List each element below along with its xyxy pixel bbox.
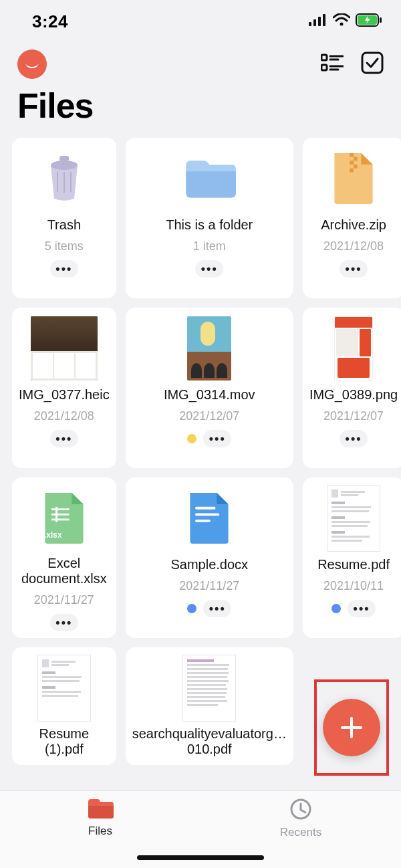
fab-highlight-box <box>314 679 389 776</box>
more-button[interactable]: ••• <box>203 430 231 447</box>
tag-dot-blue <box>187 604 196 613</box>
file-card-pdf[interactable]: Resume (1).pdf <box>12 647 116 765</box>
file-name: Sample.docx <box>170 556 248 572</box>
files-grid: Trash 5 items ••• This is a folder 1 ite… <box>0 138 401 765</box>
file-name: This is a folder <box>166 217 253 233</box>
video-thumbnail <box>132 317 287 380</box>
svg-rect-11 <box>321 65 327 70</box>
file-card-image[interactable]: IMG_0377.heic 2021/12/08 ••• <box>12 308 116 468</box>
svg-rect-7 <box>380 17 382 23</box>
more-button[interactable]: ••• <box>50 430 78 447</box>
file-card-spreadsheet[interactable]: .xlsx Excel document.xlsx 2021/11/27 ••• <box>12 477 116 638</box>
tag-dot-blue <box>331 604 341 613</box>
more-button[interactable]: ••• <box>203 600 231 617</box>
xlsx-file-icon: .xlsx <box>19 487 110 549</box>
home-indicator[interactable] <box>137 855 264 860</box>
svg-rect-14 <box>362 53 382 73</box>
file-card-video[interactable]: IMG_0314.mov 2021/12/07 ••• <box>126 308 293 468</box>
svg-rect-8 <box>321 55 327 60</box>
file-card-folder[interactable]: This is a folder 1 item ••• <box>126 138 293 298</box>
more-button[interactable]: ••• <box>340 430 368 447</box>
select-mode-icon[interactable] <box>361 51 384 77</box>
cellular-signal-icon <box>309 14 327 29</box>
file-card-trash[interactable]: Trash 5 items ••• <box>12 138 116 298</box>
view-list-icon[interactable] <box>321 53 344 75</box>
more-button[interactable]: ••• <box>340 260 368 278</box>
file-subline: 2021/12/07 <box>179 409 239 423</box>
image-thumbnail <box>309 317 398 380</box>
svg-rect-22 <box>350 160 354 165</box>
tag-dot-yellow <box>187 434 196 443</box>
svg-rect-3 <box>323 14 325 26</box>
svg-rect-0 <box>309 22 311 26</box>
status-time: 3:24 <box>32 11 68 32</box>
trash-icon <box>19 147 110 210</box>
svg-point-4 <box>340 23 344 26</box>
svg-rect-2 <box>318 17 321 26</box>
file-card-archive[interactable]: Archive.zip 2021/12/08 ••• <box>303 138 401 298</box>
image-thumbnail <box>19 317 110 380</box>
file-subline: 2021/12/07 <box>323 409 384 423</box>
pdf-thumbnail <box>19 657 110 720</box>
folder-icon <box>132 147 287 210</box>
clock-icon <box>289 798 312 823</box>
file-name: Trash <box>47 217 81 233</box>
file-card-pdf[interactable]: Resume.pdf 2021/10/11 ••• <box>303 477 401 638</box>
file-ext-label: .docx <box>156 531 177 540</box>
battery-charging-icon <box>356 13 382 29</box>
svg-rect-16 <box>59 156 69 161</box>
file-subline: 2021/12/08 <box>34 409 94 423</box>
svg-rect-1 <box>313 19 316 26</box>
file-card-document[interactable]: .docx Sample.docx 2021/11/27 ••• <box>126 477 293 638</box>
file-name: Resume (1).pdf <box>19 726 110 757</box>
more-button[interactable]: ••• <box>50 260 78 278</box>
file-name: Resume.pdf <box>317 556 390 572</box>
status-bar: 3:24 <box>0 0 401 40</box>
app-logo[interactable] <box>17 49 47 79</box>
file-subline: 2021/11/27 <box>179 579 239 593</box>
svg-rect-20 <box>350 153 354 157</box>
file-name: IMG_0377.heic <box>19 387 110 403</box>
more-button[interactable]: ••• <box>50 614 78 631</box>
tab-bar: Files Recents <box>0 790 401 868</box>
more-button[interactable]: ••• <box>195 260 223 278</box>
wifi-icon <box>333 13 350 29</box>
file-subline: 5 items <box>45 239 84 253</box>
file-subline: 2021/11/27 <box>34 593 94 607</box>
plus-icon <box>338 714 365 741</box>
file-subline: 1 item <box>193 239 226 253</box>
file-card-image[interactable]: IMG_0389.png 2021/12/07 ••• <box>303 308 401 468</box>
file-subline: 2021/10/11 <box>323 579 384 593</box>
more-button[interactable]: ••• <box>348 600 376 617</box>
file-name: IMG_0314.mov <box>164 387 255 403</box>
header-row <box>0 40 401 79</box>
tab-label: Recents <box>280 826 321 839</box>
svg-rect-24 <box>350 169 354 173</box>
file-name: searchqualityevaluatorg…010.pdf <box>132 726 287 757</box>
file-name: Excel document.xlsx <box>19 556 110 586</box>
file-card-pdf[interactable]: searchqualityevaluatorg…010.pdf <box>126 647 293 765</box>
status-indicators <box>309 13 382 29</box>
svg-rect-21 <box>354 157 358 161</box>
tab-label: Files <box>88 825 112 838</box>
svg-rect-23 <box>354 165 358 169</box>
zip-file-icon <box>309 147 398 210</box>
file-name: Archive.zip <box>321 217 386 233</box>
docx-file-icon: .docx <box>132 487 287 550</box>
svg-point-15 <box>51 160 78 170</box>
file-name: IMG_0389.png <box>309 387 398 403</box>
pdf-thumbnail <box>132 657 287 720</box>
file-subline: 2021/12/08 <box>323 239 384 253</box>
pdf-thumbnail <box>309 487 398 550</box>
file-ext-label: .xlsx <box>44 530 62 540</box>
add-button[interactable] <box>323 699 380 756</box>
folder-icon <box>87 798 114 822</box>
page-title: Files <box>0 79 401 138</box>
